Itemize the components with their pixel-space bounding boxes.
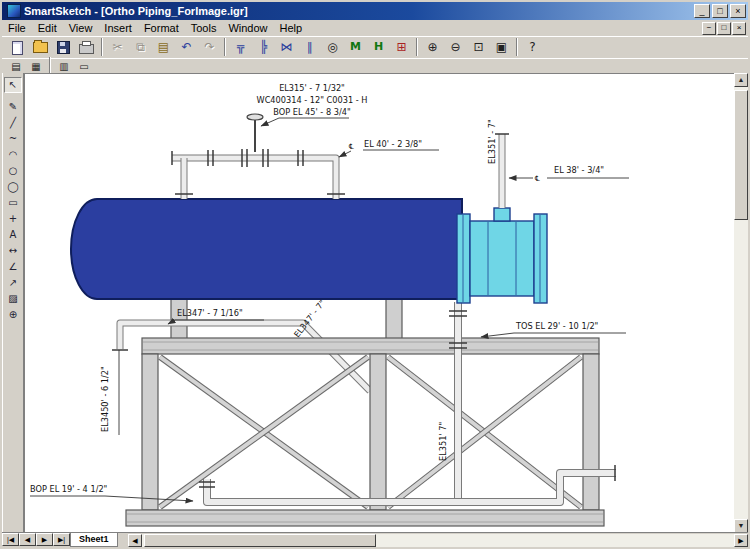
horizontal-scroll-thumb[interactable] [144,534,376,547]
ellipse-tool-button[interactable]: ◯ [4,179,22,195]
scroll-down-button[interactable]: ▼ [734,519,748,533]
label-el3450: EL3450' - 6 1/2" [100,366,110,432]
vertical-scrollbar[interactable]: ▲ ▼ [734,73,748,533]
close-button[interactable]: × [730,4,746,18]
top-piping[interactable] [172,114,345,199]
zoom-tool-button[interactable]: ⊕ [4,307,22,323]
centerline-symbol: ℄ [534,174,540,183]
previous-sheet-button[interactable]: ◀ [19,533,36,546]
menu-view[interactable]: View [63,21,99,35]
first-sheet-button[interactable]: |◀ [2,533,19,546]
menu-window[interactable]: Window [222,21,273,35]
menu-insert[interactable]: Insert [98,21,138,35]
help-pointer-button[interactable]: ? [521,37,544,57]
cut-button[interactable]: ✂ [106,37,129,57]
branch-pipe-button[interactable]: ╠ [252,37,275,57]
sketch-tool-button[interactable]: ✎ [4,99,22,115]
workspace: ↖ ✎ ╱ ~ ◠ ○ ◯ ▭ + A ↔ ∠ ↗ ▨ ⊕ [2,73,748,533]
minimize-button[interactable]: _ [694,4,710,18]
toolbar-separator [101,38,103,56]
steel-structure[interactable] [126,338,604,526]
insert-valve-button[interactable]: ⋈ [275,37,298,57]
rectangle-tool-button[interactable]: ▭ [4,195,22,211]
maximize-button[interactable]: □ [712,4,728,18]
menu-format[interactable]: Format [138,21,185,35]
scroll-right-button[interactable]: ▶ [734,534,748,547]
hatch-tool-button[interactable]: ▨ [4,291,22,307]
line-tool-button[interactable]: ╱ [4,115,22,131]
mdi-restore-button[interactable]: □ [717,22,731,35]
next-sheet-button[interactable]: ▶ [36,533,53,546]
route-pipe-button[interactable]: ╦ [229,37,252,57]
toolbar-separator [516,38,518,56]
toolbar-separator [224,38,226,56]
grid-button[interactable]: ⊞ [390,37,413,57]
frame-button[interactable]: ▭ [74,59,94,73]
layers-button[interactable]: ▦ [26,59,46,73]
insert-flange-button[interactable]: ∥ [298,37,321,57]
point-tool-button[interactable]: + [4,211,22,227]
label-spec: WC400314 - 12" C0031 - H [257,95,368,105]
curve-tool-button[interactable]: ~ [4,131,22,147]
vessel[interactable] [71,199,462,299]
tool-palette: ↖ ✎ ╱ ~ ◠ ○ ◯ ▭ + A ↔ ∠ ↗ ▨ ⊕ [2,73,24,533]
label-el38: EL 38' - 3/4" [554,165,604,175]
zoom-fit-button[interactable]: ▣ [490,37,513,57]
circle-tool-button[interactable]: ○ [4,163,22,179]
sheet-tab-sheet1[interactable]: Sheet1 [70,533,118,547]
vertical-scroll-track[interactable] [734,87,748,519]
zoom-area-button[interactable]: ⊡ [467,37,490,57]
mdi-close-button[interactable]: × [732,22,746,35]
copy-button[interactable]: ⧉ [129,37,152,57]
printer-icon [79,44,94,54]
scroll-left-button[interactable]: ◀ [128,534,142,547]
centerline-symbol: ℄ [348,142,354,151]
instrument-button[interactable]: ◎ [321,37,344,57]
menu-tools[interactable]: Tools [185,21,223,35]
zoom-out-button[interactable]: ⊖ [444,37,467,57]
angle-dimension-tool-button[interactable]: ∠ [4,259,22,275]
new-document-icon [12,41,23,55]
select-tool-button[interactable]: ↖ [4,77,22,93]
new-button[interactable] [6,37,29,57]
undo-button[interactable]: ↶ [175,37,198,57]
label-bop45: BOP EL 45' - 8 3/4" [273,107,350,117]
tag-h-button[interactable]: H [367,37,390,57]
smartsketch-window: SmartSketch - [Ortho Piping_ForImage.igr… [0,0,750,549]
outlet-spool[interactable] [457,208,547,303]
sheet-tab-bar: |◀ ◀ ▶ ▶| Sheet1 ◀ ▶ [2,532,748,547]
sheet-setup-button[interactable]: ▤ [6,59,26,73]
label-bop19: BOP EL 19' - 4 1/2" [30,484,107,494]
leader-tool-button[interactable]: ↗ [4,275,22,291]
menu-edit[interactable]: Edit [32,21,63,35]
label-el347-horizontal: EL347' - 7 1/16" [177,308,243,318]
title-bar[interactable]: SmartSketch - [Ortho Piping_ForImage.igr… [2,2,748,20]
arc-tool-button[interactable]: ◠ [4,147,22,163]
scroll-up-button[interactable]: ▲ [734,73,748,87]
label-tos: TOS EL 29' - 10 1/2" [515,321,598,331]
open-button[interactable] [29,37,52,57]
dimension-tool-button[interactable]: ↔ [4,243,22,259]
tag-m-button[interactable]: M [344,37,367,57]
horizontal-scrollbar[interactable]: ◀ ▶ [128,534,748,547]
save-floppy-icon [57,41,70,54]
open-folder-icon [33,42,48,53]
menu-file[interactable]: File [2,21,32,35]
pipe-drop-el351[interactable] [449,302,467,503]
mdi-minimize-button[interactable]: − [702,22,716,35]
print-preview-button[interactable]: ▥ [54,59,74,73]
last-sheet-button[interactable]: ▶| [53,533,70,546]
horizontal-scroll-track[interactable] [142,534,734,547]
paste-button[interactable]: ▤ [152,37,175,57]
drawing-canvas[interactable]: EL315' - 7 1/32" WC400314 - 12" C0031 - … [24,73,734,533]
menu-help[interactable]: Help [274,21,309,35]
riser-pipe[interactable] [495,134,509,208]
redo-button[interactable]: ↷ [198,37,221,57]
text-tool-button[interactable]: A [4,227,22,243]
vertical-scroll-thumb[interactable] [734,90,748,220]
zoom-in-button[interactable]: ⊕ [421,37,444,57]
print-button[interactable] [75,37,98,57]
save-button[interactable] [52,37,75,57]
app-logo-icon [7,4,21,18]
toolbar-separator [49,57,51,75]
